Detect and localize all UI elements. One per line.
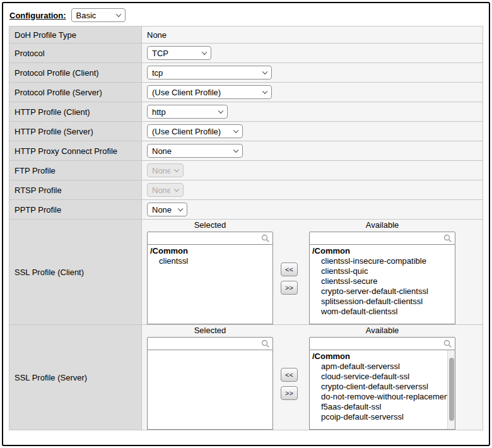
selected-search [147,337,273,350]
http-profile-server-select-wrap: (Use Client Profile) [147,124,243,138]
doh-profile-type-value: None [142,27,483,44]
list-group-label: /Common [310,246,455,256]
selected-list[interactable] [147,350,273,430]
available-search-input[interactable] [310,232,441,244]
http-proxy-connect-profile-label: HTTP Proxy Connect Profile [9,141,142,161]
table-row: FTP Profile None [9,161,483,180]
search-icon [443,234,452,243]
list-item[interactable]: wom-default-clientssl [310,307,455,317]
configuration-header: Configuration: Basic [3,3,489,26]
list-item[interactable]: cloud-service-default-ssl [310,372,455,382]
scrollbar[interactable] [447,350,455,429]
protocol-profile-client-select-wrap: tcp [147,66,272,80]
list-group-label: /Common [310,351,455,362]
pptp-profile-label: PPTP Profile [9,200,142,220]
http-profile-server-label: HTTP Profile (Server) [9,122,142,141]
configuration-label: Configuration: [9,11,66,20]
profiles-table: DoH Profile Type None Protocol TCP Proto… [9,26,483,430]
protocol-profile-server-select-wrap: (Use Client Profile) [147,85,272,99]
rtsp-profile-select: None [147,183,184,197]
protocol-profile-server-label: Protocol Profile (Server) [9,83,142,102]
table-row: Protocol Profile (Client) tcp [9,63,483,83]
rtsp-profile-select-wrap: None [147,183,184,197]
selected-header: Selected [147,220,273,232]
selected-list[interactable]: /Common clientssl [147,245,273,324]
available-list[interactable]: /Common clientssl-insecure-compatible cl… [309,245,455,324]
selected-search [147,232,273,245]
available-search-input[interactable] [310,338,441,350]
move-left-button[interactable]: << [281,262,298,276]
table-row: Protocol TCP [9,44,483,63]
table-row: RTSP Profile None [9,180,483,200]
available-list[interactable]: /Common apm-default-serverssl cloud-serv… [309,350,455,430]
list-item[interactable]: pcoip-default-serverssl [310,412,455,422]
table-row: Protocol Profile (Server) (Use Client Pr… [9,83,483,102]
pptp-profile-select[interactable]: None [147,203,187,216]
available-header: Available [309,220,455,232]
configuration-select-wrap: Basic [71,8,126,22]
protocol-profile-client-select[interactable]: tcp [147,66,272,80]
list-item[interactable]: crypto-client-default-serverssl [310,382,455,392]
search-icon [443,339,452,348]
list-item[interactable]: f5aas-default-ssl [310,402,455,412]
list-item[interactable]: clientssl-secure [310,276,455,286]
list-item[interactable]: apm-default-serverssl [310,362,455,372]
table-row: SSL Profile (Client) Selected [9,220,483,325]
table-row: PPTP Profile None [9,200,483,220]
protocol-select[interactable]: TCP [147,46,211,60]
selected-header: Selected [147,325,273,337]
available-header: Available [309,325,455,337]
available-search [309,232,455,245]
list-item[interactable]: clientssl [148,256,272,266]
list-item[interactable]: clientssl-quic [310,266,455,276]
protocol-profile-server-select[interactable]: (Use Client Profile) [147,85,272,99]
ssl-profile-client-label: SSL Profile (Client) [9,220,142,325]
list-group-label: /Common [148,246,272,256]
table-row: SSL Profile (Server) Selected [9,325,483,430]
search-icon [261,234,270,243]
http-profile-client-select-wrap: http [147,105,228,119]
configuration-panel: Configuration: Basic DoH Profile Type No… [2,2,490,446]
http-profile-server-select[interactable]: (Use Client Profile) [147,124,243,138]
table-row: DoH Profile Type None [9,27,483,44]
ftp-profile-select-wrap: None [147,163,184,177]
protocol-profile-client-label: Protocol Profile (Client) [9,63,142,83]
ftp-profile-select: None [147,163,184,177]
selected-search-input[interactable] [148,232,259,244]
move-right-button[interactable]: >> [281,386,298,400]
list-item[interactable]: do-not-remove-without-replacement [310,392,455,402]
table-row: HTTP Profile (Server) (Use Client Profil… [9,122,483,141]
protocol-select-wrap: TCP [147,46,211,60]
search-icon [261,339,270,348]
available-search [309,337,455,350]
ftp-profile-label: FTP Profile [9,161,142,180]
selected-search-input[interactable] [148,338,259,350]
list-item[interactable]: splitsession-default-clientssl [310,297,455,307]
table-row: HTTP Proxy Connect Profile None [9,141,483,161]
list-item[interactable]: crypto-server-default-clientssl [310,286,455,297]
http-profile-client-select[interactable]: http [147,105,228,119]
http-proxy-connect-profile-select[interactable]: None [147,144,243,158]
ssl-profile-server-label: SSL Profile (Server) [9,325,142,430]
move-right-button[interactable]: >> [281,281,298,295]
ssl-client-dual-list: Selected /Common clientssl [147,220,477,324]
ssl-server-dual-list: Selected << [147,325,477,430]
configuration-select[interactable]: Basic [71,8,126,22]
doh-profile-type-label: DoH Profile Type [9,27,142,44]
protocol-label: Protocol [9,44,142,63]
move-left-button[interactable]: << [281,368,298,382]
list-item[interactable]: clientssl-insecure-compatible [310,256,455,266]
http-profile-client-label: HTTP Profile (Client) [9,102,142,122]
scrollbar-thumb[interactable] [449,358,454,421]
pptp-profile-select-wrap: None [147,203,187,216]
table-row: HTTP Profile (Client) http [9,102,483,122]
http-proxy-connect-profile-select-wrap: None [147,144,243,158]
rtsp-profile-label: RTSP Profile [9,180,142,200]
